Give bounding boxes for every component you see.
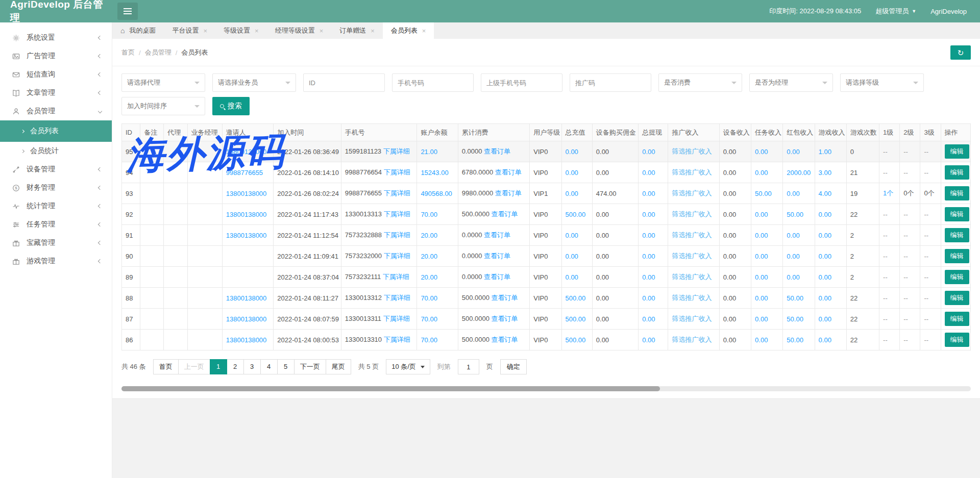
tab-2[interactable]: 平台设置× bbox=[164, 22, 215, 39]
edit-button[interactable]: 编辑 bbox=[945, 144, 969, 159]
subordinate-link[interactable]: 下属详细 bbox=[383, 315, 410, 322]
sidebar-item-member-stats[interactable]: 会员统计 bbox=[0, 142, 112, 160]
view-order-link[interactable]: 查看订单 bbox=[484, 252, 510, 260]
sidebar-item-members[interactable]: 会员管理 bbox=[0, 102, 112, 120]
subordinate-link[interactable]: 下属详细 bbox=[384, 210, 410, 218]
view-order-link[interactable]: 查看订单 bbox=[495, 189, 522, 197]
search-button[interactable]: 搜索 bbox=[212, 97, 250, 115]
username[interactable]: AgriDevelop bbox=[930, 8, 967, 15]
edit-button[interactable]: 编辑 bbox=[945, 291, 969, 305]
edit-button[interactable]: 编辑 bbox=[945, 249, 969, 263]
sidebar-item-member-list[interactable]: 会员列表 bbox=[0, 120, 112, 142]
close-icon[interactable]: × bbox=[255, 27, 259, 35]
view-order-link[interactable]: 查看订单 bbox=[492, 315, 518, 322]
edit-button[interactable]: 编辑 bbox=[945, 165, 969, 180]
promo-filter-link[interactable]: 筛选推广收入 bbox=[672, 168, 712, 176]
view-order-link[interactable]: 查看订单 bbox=[495, 168, 522, 176]
next-page-button[interactable]: 下一页 bbox=[294, 359, 326, 374]
breadcrumb-item[interactable]: 会员管理 bbox=[145, 48, 172, 57]
page-button-1[interactable]: 1 bbox=[210, 359, 227, 374]
edit-button[interactable]: 编辑 bbox=[945, 333, 969, 347]
subordinate-link[interactable]: 下属详细 bbox=[384, 231, 410, 239]
sidebar-item-devices[interactable]: 设备管理 bbox=[0, 160, 112, 179]
subordinate-link[interactable]: 下属详细 bbox=[384, 168, 410, 176]
inviter-link[interactable]: 13800138000 bbox=[226, 190, 267, 197]
parent-phone-input[interactable] bbox=[481, 73, 562, 92]
tab-1[interactable]: ⌂我的桌面 bbox=[112, 22, 164, 39]
subordinate-link[interactable]: 下属详细 bbox=[384, 294, 410, 301]
view-order-link[interactable]: 查看订单 bbox=[492, 294, 518, 301]
is-manager-select[interactable]: 是否为经理 bbox=[749, 73, 833, 92]
edit-button[interactable]: 编辑 bbox=[945, 228, 969, 242]
refresh-button[interactable]: ↻ bbox=[950, 45, 971, 60]
consumed-select[interactable]: 是否消费 bbox=[658, 73, 742, 92]
inviter-link[interactable]: 13800138000 bbox=[226, 336, 267, 344]
id-input[interactable] bbox=[303, 73, 385, 92]
sidebar-item-system-settings[interactable]: 系统设置 bbox=[0, 29, 112, 47]
promo-filter-link[interactable]: 筛选推广收入 bbox=[672, 210, 712, 218]
sidebar-item-finance[interactable]: $ 财务管理 bbox=[0, 179, 112, 197]
inviter-link[interactable]: 13800138000 bbox=[226, 294, 267, 302]
role-dropdown[interactable]: 超级管理员 ▼ bbox=[875, 7, 916, 16]
subordinate-link[interactable]: 下属详细 bbox=[383, 273, 409, 281]
promo-filter-link[interactable]: 筛选推广收入 bbox=[672, 147, 712, 155]
sidebar-item-sms[interactable]: 短信查询 bbox=[0, 65, 112, 84]
edit-button[interactable]: 编辑 bbox=[945, 270, 969, 284]
promo-filter-link[interactable]: 筛选推广收入 bbox=[672, 294, 712, 301]
tab-5[interactable]: 订单赠送× bbox=[331, 22, 383, 39]
confirm-button[interactable]: 确定 bbox=[500, 359, 527, 374]
level-select[interactable]: 请选择等级 bbox=[840, 73, 924, 92]
inviter-link[interactable]: 9988776655 bbox=[226, 169, 263, 177]
inviter-link[interactable]: 13800138000 bbox=[226, 211, 267, 218]
tab-4[interactable]: 经理等级设置× bbox=[267, 22, 332, 39]
close-icon[interactable]: × bbox=[422, 27, 426, 35]
sidebar-item-ads[interactable]: 广告管理 bbox=[0, 47, 112, 65]
promo-filter-link[interactable]: 筛选推广收入 bbox=[672, 315, 712, 322]
per-page-select[interactable]: 10 条/页 bbox=[386, 359, 430, 374]
edit-button[interactable]: 编辑 bbox=[945, 312, 969, 326]
view-order-link[interactable]: 查看订单 bbox=[492, 210, 518, 218]
scrollbar-thumb[interactable] bbox=[121, 386, 660, 391]
sidebar-item-statistics[interactable]: 统计管理 bbox=[0, 197, 112, 215]
inviter-link[interactable]: 13800138000 bbox=[226, 148, 267, 156]
close-icon[interactable]: × bbox=[203, 27, 207, 35]
agent-select[interactable]: 请选择代理 bbox=[121, 73, 205, 92]
promo-filter-link[interactable]: 筛选推广收入 bbox=[672, 273, 712, 281]
promo-filter-link[interactable]: 筛选推广收入 bbox=[672, 231, 712, 239]
inviter-link[interactable]: 13800138000 bbox=[226, 232, 267, 239]
subordinate-link[interactable]: 下属详细 bbox=[383, 147, 410, 155]
view-order-link[interactable]: 查看订单 bbox=[484, 273, 510, 281]
page-button-3[interactable]: 3 bbox=[243, 359, 261, 374]
promo-code-input[interactable] bbox=[570, 73, 651, 92]
tab-3[interactable]: 等级设置× bbox=[215, 22, 267, 39]
subordinate-link[interactable]: 下属详细 bbox=[384, 252, 410, 260]
salesman-select[interactable]: 请选择业务员 bbox=[212, 73, 296, 92]
edit-button[interactable]: 编辑 bbox=[945, 207, 969, 221]
last-page-button[interactable]: 尾页 bbox=[326, 359, 351, 374]
goto-page-input[interactable] bbox=[458, 359, 479, 374]
page-button-4[interactable]: 4 bbox=[260, 359, 278, 374]
close-icon[interactable]: × bbox=[371, 27, 375, 35]
tab-6[interactable]: 会员列表× bbox=[383, 22, 434, 39]
view-order-link[interactable]: 查看订单 bbox=[492, 336, 518, 343]
page-button-5[interactable]: 5 bbox=[277, 359, 295, 374]
phone-input[interactable] bbox=[392, 73, 474, 92]
sidebar-item-tasks[interactable]: 任务管理 bbox=[0, 215, 112, 234]
subordinate-link[interactable]: 下属详细 bbox=[384, 189, 410, 197]
page-button-2[interactable]: 2 bbox=[227, 359, 244, 374]
view-order-link[interactable]: 查看订单 bbox=[484, 231, 510, 239]
edit-button[interactable]: 编辑 bbox=[945, 186, 969, 200]
sort-select[interactable]: 加入时间排序 bbox=[121, 97, 205, 115]
promo-filter-link[interactable]: 筛选推广收入 bbox=[672, 189, 712, 197]
sidebar-toggle-button[interactable] bbox=[117, 3, 138, 20]
horizontal-scrollbar[interactable] bbox=[121, 386, 971, 391]
subordinate-link[interactable]: 下属详细 bbox=[384, 336, 410, 343]
inviter-link[interactable]: 13800138000 bbox=[226, 315, 267, 323]
sidebar-item-games[interactable]: 游戏管理 bbox=[0, 252, 112, 270]
view-order-link[interactable]: 查看订单 bbox=[484, 147, 510, 155]
breadcrumb-item[interactable]: 首页 bbox=[121, 48, 135, 57]
sidebar-item-articles[interactable]: 文章管理 bbox=[0, 84, 112, 102]
promo-filter-link[interactable]: 筛选推广收入 bbox=[672, 252, 712, 260]
level-count-link[interactable]: 1个 bbox=[883, 189, 893, 197]
first-page-button[interactable]: 首页 bbox=[153, 359, 179, 374]
